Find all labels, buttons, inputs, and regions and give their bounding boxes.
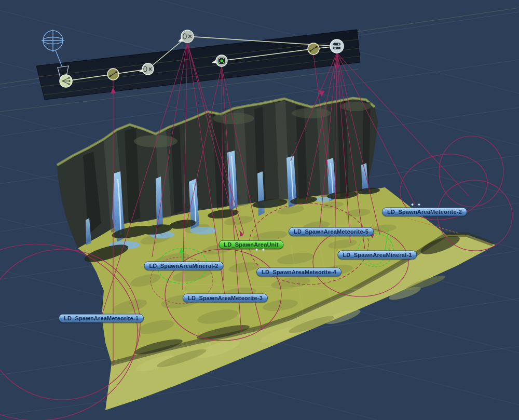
spawn-box-icon xyxy=(218,58,225,64)
sparkle-icon: ✦ ✦ xyxy=(411,202,422,207)
node-spawn[interactable] xyxy=(216,55,227,66)
spawn-area-label-meteorite-3[interactable]: LD_SpawnAreaMeteorite-3 xyxy=(183,294,268,303)
sparkle-icon: ✦ ✦ xyxy=(255,248,266,252)
spawn-area-label-meteorite-1[interactable]: LD_SpawnAreaMeteorite-1 xyxy=(59,314,144,323)
spawn-area-label-mineral-2[interactable]: LD_SpawnAreaMineral-2 xyxy=(144,262,223,270)
spawn-area-label-meteorite-4[interactable]: LD_SpawnAreaMeteorite-4 xyxy=(256,268,342,277)
spawn-area-label-mineral-1[interactable]: LD_SpawnAreaMineral-1 xyxy=(337,251,417,260)
node-link-2[interactable] xyxy=(308,43,319,55)
node-sequence[interactable] xyxy=(330,39,344,53)
node-emitter-2[interactable] xyxy=(181,30,194,43)
node-start[interactable] xyxy=(60,75,72,87)
scene-viewport[interactable]: LD_SpawnAreaMeteorite-1 LD_SpawnAreaMine… xyxy=(0,0,519,420)
spawn-area-label-meteorite-2[interactable]: LD_SpawnAreaMeteorite-2 xyxy=(382,208,467,216)
spawn-area-label-meteorite-5[interactable]: LD_SpawnAreaMeteorite-5 xyxy=(289,227,374,236)
node-emitter-1[interactable] xyxy=(142,63,154,75)
node-link-1[interactable] xyxy=(107,69,119,80)
spawn-area-label-unit[interactable]: LD_SpawnAreaUnit xyxy=(218,240,283,249)
